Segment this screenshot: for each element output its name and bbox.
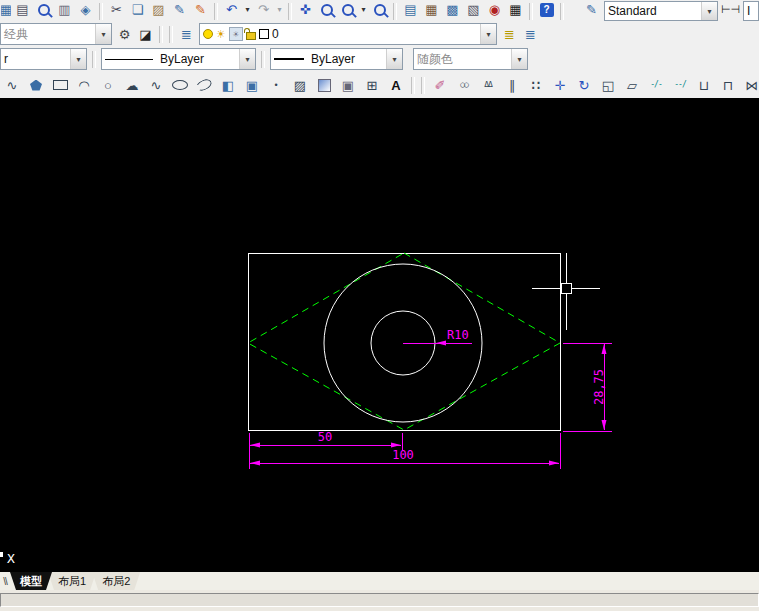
hatch-icon[interactable]: ▨: [288, 74, 312, 96]
extend-icon[interactable]: --/: [668, 74, 692, 96]
color-select[interactable]: r: [0, 48, 87, 70]
insert-block-icon[interactable]: ◧: [216, 74, 240, 96]
text-style-select[interactable]: Standard: [604, 1, 718, 21]
tab-layout1[interactable]: 布局1: [48, 572, 96, 590]
unlock-icon[interactable]: [246, 32, 256, 40]
rectangle-icon[interactable]: [48, 74, 72, 96]
linetype-dropdown-arrow-icon[interactable]: [239, 49, 255, 69]
color-value: r: [1, 52, 70, 66]
preview-icon[interactable]: [33, 0, 54, 21]
ellipse-arc-icon[interactable]: [192, 74, 216, 96]
my-workspace-icon[interactable]: ◪: [135, 23, 156, 45]
save-icon[interactable]: ▦: [0, 0, 12, 21]
radius-dimension: R10: [403, 328, 472, 346]
layout-tab-strip: 模型 布局1 布局2: [0, 572, 759, 591]
trim-icon[interactable]: -/-: [644, 74, 668, 96]
stretch-icon[interactable]: ▱: [620, 74, 644, 96]
properties-palette-icon[interactable]: ▤: [400, 0, 421, 21]
undo-icon[interactable]: ↶: [221, 0, 242, 21]
rotate-icon[interactable]: ↻: [572, 74, 596, 96]
markup-set-manager-icon[interactable]: ◉: [484, 0, 505, 21]
undo-flyout-icon[interactable]: ▾: [242, 0, 253, 21]
spline-icon[interactable]: ∿: [144, 74, 168, 96]
zoom-flyout-icon[interactable]: ▾: [358, 0, 369, 21]
dwf-publish-icon[interactable]: ◈: [75, 0, 96, 21]
array-icon[interactable]: ∷: [524, 74, 548, 96]
break-icon[interactable]: ⊓: [716, 74, 740, 96]
zoom-window-icon[interactable]: [337, 0, 358, 21]
paste-icon[interactable]: ▨: [148, 0, 169, 21]
scale-icon[interactable]: ◱: [596, 74, 620, 96]
help-icon[interactable]: ?: [536, 0, 557, 21]
gradient-icon[interactable]: [312, 74, 336, 96]
text-style-icon[interactable]: ✎: [581, 0, 602, 21]
toolbar-separator: [288, 3, 292, 20]
pan-icon[interactable]: ✜: [295, 0, 316, 21]
width-dimension-50-label: 50: [318, 430, 332, 444]
bulb-icon[interactable]: [203, 29, 213, 39]
offset-icon[interactable]: ∥: [500, 74, 524, 96]
plot-icon[interactable]: ▤: [12, 0, 33, 21]
color-dropdown-arrow-icon[interactable]: [70, 49, 86, 69]
workspace-value: 经典: [1, 26, 95, 43]
width-dimension-100: 100: [250, 433, 560, 469]
join-icon[interactable]: ⋈: [740, 74, 759, 96]
command-window-edge[interactable]: [0, 590, 759, 611]
ucs-icon: X: [0, 551, 15, 566]
sheet-set-manager-icon[interactable]: ▧: [463, 0, 484, 21]
linetype-select[interactable]: ByLayer: [101, 48, 256, 70]
point-icon[interactable]: •: [264, 74, 288, 96]
make-object-layer-current-icon[interactable]: ≣: [499, 23, 520, 45]
zoom-previous-icon[interactable]: [369, 0, 390, 21]
text-style-dropdown-arrow-icon[interactable]: [701, 2, 717, 20]
radius-dimension-label: R10: [447, 328, 469, 342]
layer-dropdown-arrow-icon[interactable]: [480, 24, 496, 44]
multiline-text-icon[interactable]: A: [384, 74, 408, 96]
tab-layout2[interactable]: 布局2: [92, 572, 140, 590]
polygon-icon[interactable]: [24, 74, 48, 96]
layer-select[interactable]: ☀ ☀ 0: [199, 23, 497, 45]
table-icon[interactable]: ⊞: [360, 74, 384, 96]
ellipse-icon[interactable]: [168, 74, 192, 96]
polyline-icon[interactable]: ∿: [0, 74, 24, 96]
tab-model[interactable]: 模型: [10, 572, 52, 590]
arc-icon[interactable]: ◠: [72, 74, 96, 96]
sun-icon[interactable]: ☀: [216, 29, 226, 40]
quickcalc-icon[interactable]: ▦: [505, 0, 526, 21]
make-block-icon[interactable]: ▣: [240, 74, 264, 96]
toolbar-separator: [92, 51, 96, 68]
workspace-settings-icon[interactable]: ⚙: [114, 23, 135, 45]
layer-previous-icon[interactable]: ≣: [520, 23, 541, 45]
dim-style-select[interactable]: I: [743, 1, 759, 21]
lineweight-dropdown-arrow-icon[interactable]: [386, 49, 402, 69]
cut-icon[interactable]: ✂: [106, 0, 127, 21]
tool-palettes-icon[interactable]: ▩: [442, 0, 463, 21]
edit-properties-icon[interactable]: ✎: [190, 0, 211, 21]
crosshair-cursor: [532, 253, 600, 330]
mirror-icon[interactable]: ΔΔ: [476, 74, 500, 96]
workspace-select[interactable]: 经典: [0, 23, 112, 45]
copy-icon[interactable]: ❏: [127, 0, 148, 21]
region-icon[interactable]: ▣: [336, 74, 360, 96]
zoom-realtime-icon[interactable]: [316, 0, 337, 21]
lineweight-select[interactable]: ByLayer: [270, 48, 403, 70]
dim-style-icon[interactable]: ⊢⊣: [720, 0, 741, 21]
redo-icon[interactable]: ↷: [253, 0, 274, 21]
rectangle-geometry: [248, 253, 560, 430]
redo-flyout-icon[interactable]: ▾: [274, 0, 285, 21]
publish-icon[interactable]: ▥: [54, 0, 75, 21]
command-window-splitter[interactable]: [0, 593, 759, 607]
layer-status-icons: ☀ ☀: [200, 27, 269, 41]
break-at-point-icon[interactable]: ⊔: [692, 74, 716, 96]
drawing-canvas[interactable]: R10 28,75 50 100: [0, 98, 759, 572]
erase-icon[interactable]: ✐: [428, 74, 452, 96]
move-icon[interactable]: ✛: [548, 74, 572, 96]
layer-properties-manager-icon[interactable]: ≣: [176, 23, 197, 45]
viewport-sun-icon[interactable]: ☀: [229, 27, 243, 41]
workspace-dropdown-arrow-icon[interactable]: [95, 24, 111, 44]
circle-icon[interactable]: ○: [96, 74, 120, 96]
designcenter-icon[interactable]: ▦: [421, 0, 442, 21]
revision-cloud-icon[interactable]: ☁: [120, 74, 144, 96]
copy-object-icon[interactable]: ○○: [452, 74, 476, 96]
match-properties-icon[interactable]: ✎: [169, 0, 190, 21]
